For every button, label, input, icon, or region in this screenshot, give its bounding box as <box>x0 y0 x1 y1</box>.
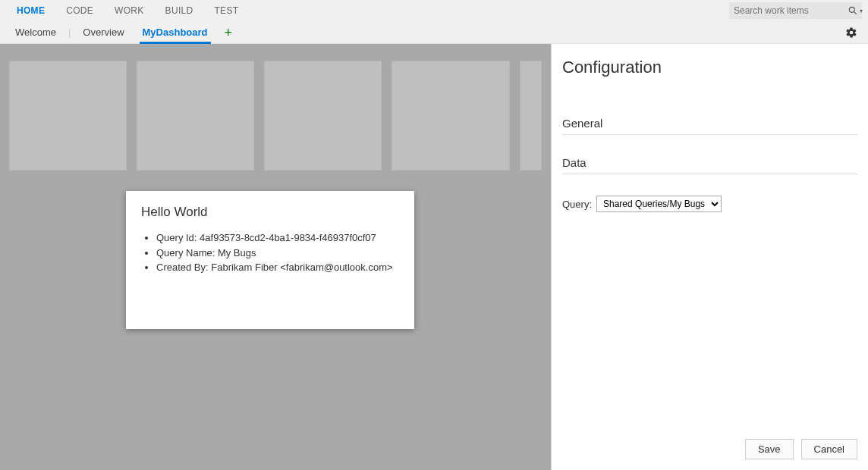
query-select[interactable]: Shared Queries/My Bugs <box>596 196 722 212</box>
widget-bullet: Query Id: 4af93573-8cd2-4ba1-9834-f46937… <box>156 230 399 246</box>
dashboard-tile[interactable] <box>9 61 127 171</box>
svg-point-0 <box>849 7 854 12</box>
panel-footer: Save Cancel <box>745 439 857 459</box>
dashboard-tile[interactable] <box>264 61 382 171</box>
widget-bullet: Created By: Fabrikam Fiber <fabrikam@out… <box>156 260 399 275</box>
section-data[interactable]: Data <box>562 156 857 174</box>
tile-row <box>9 61 542 171</box>
search-input[interactable] <box>734 5 848 16</box>
nav-home[interactable]: HOME <box>6 1 55 20</box>
nav-code[interactable]: CODE <box>55 1 104 20</box>
subnav-welcome[interactable]: Welcome <box>6 22 65 42</box>
search-icon[interactable] <box>848 5 858 16</box>
widget-title: Hello World <box>141 205 399 220</box>
widget-bullet-list: Query Id: 4af93573-8cd2-4ba1-9834-f46937… <box>141 230 399 275</box>
hello-world-widget[interactable]: Hello World Query Id: 4af93573-8cd2-4ba1… <box>126 191 414 329</box>
search-box[interactable]: ▾ <box>729 2 862 19</box>
content-area: Hello World Query Id: 4af93573-8cd2-4ba1… <box>0 44 868 470</box>
add-dashboard-button[interactable]: + <box>217 26 241 39</box>
nav-test[interactable]: TEST <box>203 1 249 20</box>
dashboard-tile[interactable] <box>392 61 509 171</box>
query-label: Query: <box>562 199 592 210</box>
top-nav-bar: HOME CODE WORK BUILD TEST ▾ <box>0 0 868 21</box>
section-general[interactable]: General <box>562 117 857 135</box>
configuration-panel: Configuration General Data Query: Shared… <box>551 44 868 470</box>
svg-line-1 <box>854 11 856 14</box>
dashboard-tile[interactable] <box>137 61 254 171</box>
save-button[interactable]: Save <box>745 439 794 459</box>
nav-build[interactable]: BUILD <box>155 1 204 20</box>
dashboard-tile[interactable] <box>520 61 542 171</box>
subnav-mydashboard[interactable]: MyDashboard <box>134 22 217 42</box>
cancel-button[interactable]: Cancel <box>801 439 857 459</box>
config-title: Configuration <box>562 58 857 77</box>
main-nav: HOME CODE WORK BUILD TEST <box>6 1 249 20</box>
query-row: Query: Shared Queries/My Bugs <box>562 196 857 212</box>
dashboard-canvas: Hello World Query Id: 4af93573-8cd2-4ba1… <box>0 44 551 470</box>
subnav-divider: | <box>65 27 74 38</box>
sub-nav-bar: Welcome | Overview MyDashboard + <box>0 21 868 44</box>
settings-gear-icon[interactable] <box>845 27 862 39</box>
nav-work[interactable]: WORK <box>104 1 155 20</box>
subnav-overview[interactable]: Overview <box>74 22 133 42</box>
widget-bullet: Query Name: My Bugs <box>156 246 399 261</box>
search-dropdown-caret[interactable]: ▾ <box>860 8 863 14</box>
